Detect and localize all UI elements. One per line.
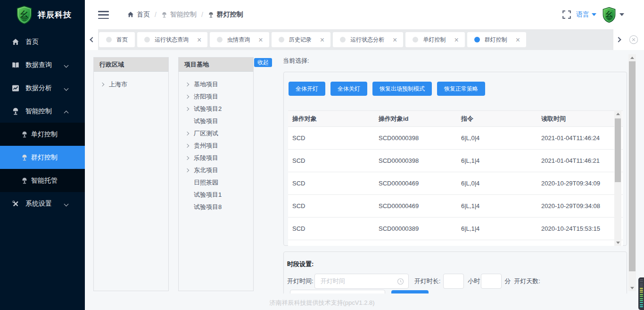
tab-close-icon[interactable]: ×: [320, 37, 324, 43]
collapse-button[interactable]: 收起: [254, 58, 272, 67]
tree-item-label: 试验项目2: [194, 105, 222, 113]
column-header: 读取时间: [537, 115, 623, 123]
scrollbar-thumb[interactable]: [629, 61, 636, 271]
tab-run-status-analysis[interactable]: 运行状态分析×: [333, 32, 403, 47]
tab-status-dot: [106, 37, 112, 42]
book-icon: [12, 61, 19, 69]
action-buttons: 全体开灯 全体关灯 恢复出场预制模式 恢复正常策略: [289, 82, 485, 96]
scroll-up-arrow[interactable]: [614, 110, 621, 117]
tree-item[interactable]: 东北项目: [179, 164, 253, 176]
sidebar-item-label: 数据分析: [25, 84, 52, 92]
sidebar-item-data-query[interactable]: 数据查询: [0, 53, 85, 76]
scroll-down-arrow[interactable]: [628, 285, 636, 291]
region-panel: 行政区域 上海市: [93, 57, 169, 291]
hamburger-icon[interactable]: [98, 11, 109, 19]
lamp-icon: [161, 12, 167, 18]
chevron-up-icon: [64, 111, 69, 116]
tree-item[interactable]: 试验项目8: [179, 201, 253, 213]
current-selection-label: 当前选择:: [283, 57, 309, 65]
tree-item-label: 济阳项目: [194, 92, 218, 101]
tree-item[interactable]: 厂区测试: [179, 127, 253, 140]
tab-group-light-control[interactable]: 群灯控制×: [467, 32, 526, 47]
sidebar-item-smart-hosting[interactable]: 智能托管: [0, 169, 85, 192]
tree-item[interactable]: 日照茶园: [179, 176, 253, 189]
duration-minutes-input[interactable]: [481, 274, 502, 289]
table-scrollbar[interactable]: [614, 110, 621, 246]
tab-label: 群灯控制: [485, 36, 507, 44]
sidebar-submenu: 单灯控制 群灯控制 智能托管: [0, 123, 85, 192]
all-on-button[interactable]: 全体开灯: [289, 82, 325, 96]
fullscreen-icon[interactable]: [562, 10, 571, 19]
avatar[interactable]: 幺: [602, 7, 616, 23]
tab-label: 单灯控制: [423, 36, 446, 44]
brand-shield-icon: 幺: [16, 6, 33, 24]
tab-run-status-query[interactable]: 运行状态查询×: [137, 32, 207, 47]
project-panel: 项目基地 基地项目 济阳项目 试验项目2 试验项目 厂区测试 贵州项目 乐陵项目…: [178, 57, 254, 291]
schedule-title: 时段设置:: [287, 260, 314, 268]
sidebar-item-group-light-control[interactable]: 群灯控制: [0, 146, 85, 169]
scroll-up-arrow[interactable]: [628, 54, 636, 61]
table-row[interactable]: SCDSCD000003986|L,1|42021-01-04T11:46:21: [288, 150, 623, 172]
tabbar-right-controls: [613, 29, 644, 50]
brand: 幺 祥辰科技: [0, 0, 85, 29]
table-row[interactable]: SCDSCD000003896|L,1|42020-10-24T15:53:15: [288, 218, 623, 240]
close-all-tabs-icon[interactable]: [629, 35, 638, 44]
sidebar-item-label: 群灯控制: [31, 153, 58, 162]
chevron-right-icon: [185, 83, 189, 86]
table-row-partial: [288, 240, 623, 246]
tree-item[interactable]: 试验项目1: [179, 189, 253, 201]
tab-home[interactable]: 首页: [99, 32, 135, 47]
scrollbar-thumb[interactable]: [615, 118, 621, 182]
tab-history[interactable]: 历史记录×: [272, 32, 330, 47]
lamp-icon: [21, 154, 28, 161]
sidebar-item-home[interactable]: 首页: [0, 30, 85, 53]
tree-item-label: 乐陵项目: [194, 154, 218, 162]
sidebar-item-system-settings[interactable]: 系统设置: [0, 192, 85, 215]
duration-hours-input[interactable]: [443, 274, 464, 289]
tree-item[interactable]: 乐陵项目: [179, 152, 253, 164]
tree-item[interactable]: 基地项目: [179, 78, 253, 91]
caret-down-icon[interactable]: [619, 13, 624, 16]
chevron-down-icon: [64, 86, 69, 91]
tab-close-icon[interactable]: ×: [393, 37, 397, 43]
scroll-down-arrow[interactable]: [614, 239, 621, 246]
project-tree: 基地项目 济阳项目 试验项目2 试验项目 厂区测试 贵州项目 乐陵项目 东北项目…: [179, 72, 253, 213]
table-row[interactable]: SCDSCD000003986|L,0|42021-01-04T11:46:24: [288, 127, 623, 150]
days-label: 开灯天数:: [514, 277, 540, 285]
hours-label: 小时: [468, 277, 480, 285]
schedule-card-clip: 时段设置: 开灯时间: 开灯时间 开灯时长: 小时 分 开灯天数:: [283, 251, 628, 293]
column-header: 操作对象id: [374, 115, 457, 123]
tab-close-icon[interactable]: ×: [454, 37, 458, 43]
tab-close-icon[interactable]: ×: [516, 37, 520, 43]
breadcrumb-smart-control[interactable]: 智能控制: [161, 10, 197, 19]
tree-item[interactable]: 试验项目2: [179, 103, 253, 115]
tab-insect-query[interactable]: 虫情查询×: [210, 32, 269, 47]
minutes-label: 分: [504, 277, 511, 285]
tabs-scroll-left-button[interactable]: [85, 29, 98, 50]
tree-item[interactable]: 济阳项目: [179, 91, 253, 103]
on-time-input[interactable]: 开灯时间: [314, 274, 409, 289]
tree-item-label: 日照茶园: [194, 178, 218, 187]
sidebar-item-data-analysis[interactable]: 数据分析: [0, 76, 85, 100]
table-row[interactable]: SCDSCD000004696|L,0|42020-10-29T09:34:09: [288, 172, 623, 195]
tab-single-light-control[interactable]: 单灯控制×: [405, 32, 464, 47]
sidebar-item-smart-control[interactable]: 智能控制: [0, 100, 85, 123]
tree-item[interactable]: 贵州项目: [179, 140, 253, 152]
breadcrumb-separator: /: [155, 11, 157, 18]
tree-item[interactable]: 试验项目: [179, 115, 253, 127]
restore-factory-mode-button[interactable]: 恢复出场预制模式: [372, 82, 432, 96]
all-off-button[interactable]: 全体关灯: [330, 82, 367, 96]
sidebar-item-single-light-control[interactable]: 单灯控制: [0, 123, 85, 146]
days-input[interactable]: [290, 290, 385, 293]
submit-button[interactable]: [391, 290, 429, 293]
tab-close-icon[interactable]: ×: [197, 37, 201, 43]
tree-item-shanghai[interactable]: 上海市: [94, 78, 168, 91]
tabs-scroll-right-button[interactable]: [613, 29, 625, 50]
tab-close-icon[interactable]: ×: [258, 37, 263, 43]
project-panel-title: 项目基地: [179, 58, 253, 72]
restore-normal-strategy-button[interactable]: 恢复正常策略: [437, 82, 485, 96]
page-scrollbar[interactable]: [628, 54, 636, 291]
breadcrumb-home[interactable]: 首页: [127, 10, 150, 19]
language-menu[interactable]: 语言: [576, 10, 596, 19]
table-row[interactable]: SCDSCD000004696|L,1|42020-10-29T09:34:08: [288, 195, 623, 218]
